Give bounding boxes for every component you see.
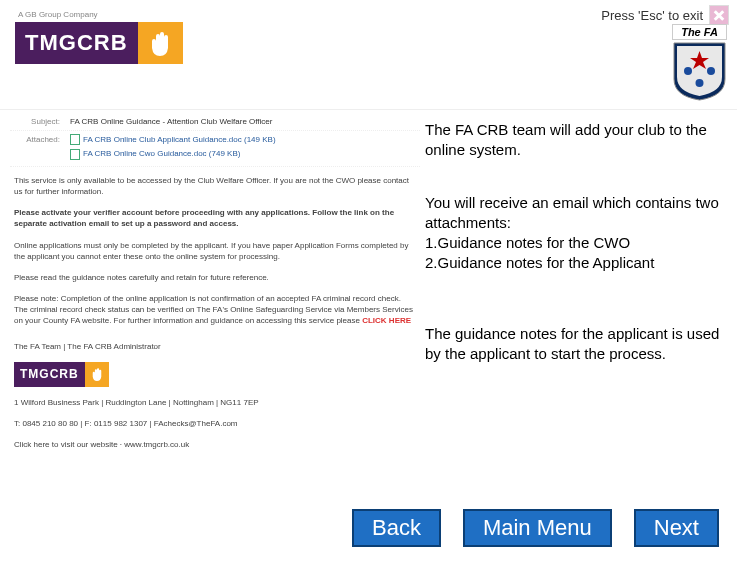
fa-badge: The FA xyxy=(672,24,727,105)
attachment-item[interactable]: FA CRB Online Club Applicant Guidance.do… xyxy=(70,134,276,145)
hand-icon xyxy=(138,22,183,64)
hand-icon xyxy=(85,362,109,387)
attachment-item[interactable]: FA CRB Online Cwo Guidance.doc (749 KB) xyxy=(70,148,240,159)
tmg-logo-text: TMGCRB xyxy=(15,22,138,64)
email-preview: Subject: FA CRB Online Guidance - Attent… xyxy=(10,113,420,433)
callouts: The FA CRB team will add your club to th… xyxy=(425,120,727,396)
sig-logo: TMGCRB xyxy=(14,362,416,387)
subject-label: Subject: xyxy=(10,116,70,127)
body-paragraph: This service is only available to be acc… xyxy=(14,175,416,197)
exit-bar: Press 'Esc' to exit xyxy=(601,5,729,25)
body-paragraph: Please note: Completion of the online ap… xyxy=(14,293,416,327)
email-body: This service is only available to be acc… xyxy=(10,167,420,468)
header: Press 'Esc' to exit The FA A GB Group Co… xyxy=(0,0,737,110)
close-icon[interactable] xyxy=(709,5,729,25)
nav-buttons: Back Main Menu Next xyxy=(352,509,719,547)
sig-team: The FA Team | The FA CRB Administrator xyxy=(14,341,416,352)
click-here-link[interactable]: CLICK HERE xyxy=(362,316,411,325)
svg-point-2 xyxy=(696,79,704,87)
attachment-name: FA CRB Online Cwo Guidance.doc (749 KB) xyxy=(83,148,240,159)
callout-2: You will receive an email which contains… xyxy=(425,193,727,274)
sig-contact: T: 0845 210 80 80 | F: 0115 982 1307 | F… xyxy=(14,418,416,429)
attached-label: Attached: xyxy=(10,134,70,163)
callout-1: The FA CRB team will add your club to th… xyxy=(425,120,727,161)
exit-hint: Press 'Esc' to exit xyxy=(601,8,703,23)
tmg-tagline: A GB Group Company xyxy=(18,10,183,19)
fa-shield-icon xyxy=(672,41,727,101)
main-menu-button[interactable]: Main Menu xyxy=(463,509,612,547)
back-button[interactable]: Back xyxy=(352,509,441,547)
doc-icon xyxy=(70,134,80,145)
signature: The FA Team | The FA CRB Administrator T… xyxy=(14,341,416,451)
svg-point-1 xyxy=(707,67,715,75)
doc-icon xyxy=(70,149,80,160)
svg-point-0 xyxy=(684,67,692,75)
sig-website: Click here to visit our website · www.tm… xyxy=(14,439,416,450)
callout-3: The guidance notes for the applicant is … xyxy=(425,324,727,365)
body-paragraph: Please activate your verifier account be… xyxy=(14,207,416,229)
sig-address: 1 Wilford Business Park | Ruddington Lan… xyxy=(14,397,416,408)
fa-label: The FA xyxy=(672,24,727,40)
attachment-name: FA CRB Online Club Applicant Guidance.do… xyxy=(83,134,276,145)
body-paragraph: Please read the guidance notes carefully… xyxy=(14,272,416,283)
body-paragraph: Online applications must only be complet… xyxy=(14,240,416,262)
next-button[interactable]: Next xyxy=(634,509,719,547)
attachments: FA CRB Online Club Applicant Guidance.do… xyxy=(70,134,420,163)
subject-value: FA CRB Online Guidance - Attention Club … xyxy=(70,116,420,127)
tmg-logo: A GB Group Company TMGCRB xyxy=(15,10,183,64)
